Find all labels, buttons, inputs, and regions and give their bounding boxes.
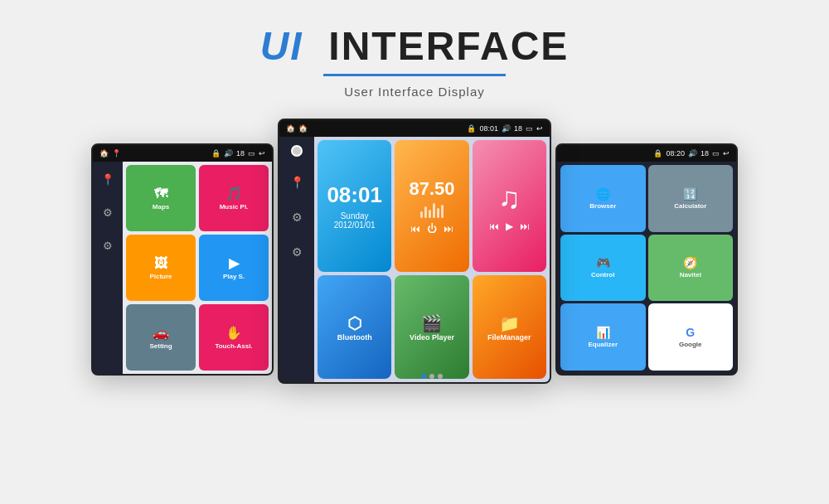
center-clock: 08:01 bbox=[327, 182, 382, 208]
google-icon: G bbox=[686, 326, 695, 339]
r-volume-icon: 🔊 bbox=[688, 149, 697, 158]
c-time: 08:01 bbox=[479, 124, 498, 133]
center-screen-body: 📍 ⚙ ⚙ 08:01 Sunday 2012/01/01 87.50 bbox=[279, 137, 550, 382]
right-browser-tile[interactable]: 🌐 Browser bbox=[560, 165, 646, 232]
control-label: Control bbox=[591, 271, 614, 279]
calculator-icon: 🔢 bbox=[683, 187, 697, 201]
right-navitel-tile[interactable]: 🧭 Navitel bbox=[648, 235, 734, 302]
left-screen-body: 📍 ⚙ ⚙ 🗺 Maps 🎵 Music Pl. 🖼 Picture bbox=[93, 162, 272, 374]
next-icon[interactable]: ⏭ bbox=[444, 223, 453, 235]
right-screen: 🔒 08:20 🔊 18 ▭ ↩ 🌐 Browser 🔢 Calculator bbox=[555, 143, 738, 376]
c-location-icon[interactable]: 📍 bbox=[288, 173, 306, 191]
right-app-grid: 🌐 Browser 🔢 Calculator 🎮 Control 🧭 Navit… bbox=[557, 162, 736, 374]
center-status-bar: 🏠 🏠 🔒 08:01 🔊 18 ▭ ↩ bbox=[279, 120, 550, 137]
right-control-tile[interactable]: 🎮 Control bbox=[560, 235, 646, 302]
bar3 bbox=[429, 210, 431, 218]
c-settings-icon[interactable]: ⚙ bbox=[288, 208, 306, 226]
app-tile-maps[interactable]: 🗺 Maps bbox=[126, 165, 196, 231]
dot-2[interactable] bbox=[429, 374, 434, 379]
signal-count: 18 bbox=[236, 149, 245, 158]
back-icon: ↩ bbox=[259, 149, 265, 158]
bar1 bbox=[420, 211, 423, 218]
navitel-icon: 🧭 bbox=[683, 256, 697, 269]
r-time: 08:20 bbox=[666, 149, 685, 158]
control-icon: 🎮 bbox=[596, 256, 610, 269]
center-time-tile[interactable]: 08:01 Sunday 2012/01/01 bbox=[318, 140, 391, 272]
app-tile-play[interactable]: ▶ Play S. bbox=[199, 235, 269, 301]
center-date: 2012/01/01 bbox=[334, 220, 376, 230]
lock-icon: 🔒 bbox=[211, 149, 221, 158]
play-label: Play S. bbox=[223, 273, 245, 280]
center-video-tile[interactable]: 🎬 Video Player bbox=[395, 275, 468, 379]
c-home1-icon: 🏠 bbox=[286, 124, 295, 133]
dot-1[interactable] bbox=[421, 374, 426, 379]
sidebar-settings-icon[interactable]: ⚙ bbox=[99, 203, 117, 221]
c-home2-icon: 🏠 bbox=[298, 124, 308, 133]
screens-container: 🏠 📍 🔒 🔊 18 ▭ ↩ 📍 ⚙ ⚙ 🗺 Maps bbox=[0, 119, 829, 400]
bluetooth-label: Bluetooth bbox=[337, 333, 372, 342]
video-icon: 🎬 bbox=[421, 313, 442, 333]
main-title: UI INTERFACE bbox=[260, 23, 570, 69]
m-play-icon[interactable]: ▶ bbox=[506, 220, 513, 232]
title-ui: UI bbox=[260, 24, 303, 68]
c-settings2-icon[interactable]: ⚙ bbox=[288, 243, 306, 261]
c-signal: 18 bbox=[514, 124, 522, 133]
left-sidebar: 📍 ⚙ ⚙ bbox=[93, 162, 123, 374]
radio-freq: 87.50 bbox=[409, 178, 454, 200]
touch-icon: ✋ bbox=[225, 325, 242, 341]
title-interface: INTERFACE bbox=[328, 24, 569, 68]
radio-bars bbox=[420, 203, 444, 218]
page-dots bbox=[421, 374, 443, 379]
right-calculator-tile[interactable]: 🔢 Calculator bbox=[648, 165, 734, 232]
browser-label: Browser bbox=[589, 202, 616, 210]
left-screen: 🏠 📍 🔒 🔊 18 ▭ ↩ 📍 ⚙ ⚙ 🗺 Maps bbox=[91, 143, 274, 376]
bar4 bbox=[433, 203, 435, 218]
r-rect-icon: ▭ bbox=[712, 149, 720, 158]
center-radio-tile[interactable]: 87.50 ⏮ ⏻ ⏭ bbox=[395, 140, 468, 272]
r-signal: 18 bbox=[701, 149, 709, 158]
touch-label: Touch-Assi. bbox=[215, 342, 252, 350]
app-tile-picture[interactable]: 🖼 Picture bbox=[126, 235, 196, 301]
right-equalizer-tile[interactable]: 📊 Equalizer bbox=[560, 303, 646, 371]
bar6 bbox=[441, 205, 444, 218]
home-icon: 🏠 bbox=[99, 149, 109, 158]
files-label: FileManager bbox=[487, 333, 531, 342]
music-label: Music Pl. bbox=[220, 203, 249, 211]
center-bluetooth-tile[interactable]: ⬡ Bluetooth bbox=[318, 275, 391, 379]
app-tile-touch[interactable]: ✋ Touch-Assi. bbox=[199, 304, 269, 371]
app-tile-music[interactable]: 🎵 Music Pl. bbox=[199, 165, 269, 231]
dot-3[interactable] bbox=[438, 374, 443, 379]
center-files-tile[interactable]: 📁 FileManager bbox=[473, 275, 546, 379]
center-screen: 🏠 🏠 🔒 08:01 🔊 18 ▭ ↩ 📍 ⚙ ⚙ bbox=[278, 119, 551, 384]
setting-label: Setting bbox=[149, 342, 172, 350]
right-status-bar: 🔒 08:20 🔊 18 ▭ ↩ bbox=[557, 145, 736, 162]
equalizer-label: Equalizer bbox=[588, 341, 618, 348]
app-tile-setting[interactable]: 🚗 Setting bbox=[126, 304, 196, 371]
r-back-icon: ↩ bbox=[723, 149, 730, 158]
prev-icon[interactable]: ⏮ bbox=[410, 223, 420, 235]
picture-icon: 🖼 bbox=[154, 256, 167, 271]
location-icon: 📍 bbox=[112, 149, 121, 158]
music-icon: 🎵 bbox=[225, 186, 242, 201]
sidebar-location-icon[interactable]: 📍 bbox=[99, 170, 117, 188]
left-status-bar: 🏠 📍 🔒 🔊 18 ▭ ↩ bbox=[93, 145, 272, 162]
left-app-grid: 🗺 Maps 🎵 Music Pl. 🖼 Picture ▶ Play S. 🚗 bbox=[123, 162, 272, 374]
play-icon: ▶ bbox=[229, 255, 239, 271]
right-google-tile[interactable]: G Google bbox=[648, 303, 734, 371]
center-sidebar: 📍 ⚙ ⚙ bbox=[279, 137, 314, 382]
browser-icon: 🌐 bbox=[596, 187, 610, 201]
center-music-tile[interactable]: ♫ ⏮ ▶ ⏭ bbox=[473, 140, 546, 272]
sidebar-settings2-icon[interactable]: ⚙ bbox=[99, 236, 117, 254]
m-next-icon[interactable]: ⏭ bbox=[520, 220, 530, 232]
bluetooth-icon: ⬡ bbox=[347, 313, 361, 333]
m-prev-icon[interactable]: ⏮ bbox=[489, 220, 499, 232]
navitel-label: Navitel bbox=[680, 271, 701, 279]
music-controls: ⏮ ▶ ⏭ bbox=[489, 220, 530, 232]
equalizer-icon: 📊 bbox=[596, 326, 610, 339]
rect-icon: ▭ bbox=[248, 149, 255, 158]
r-lock-icon: 🔒 bbox=[653, 149, 662, 158]
power-icon[interactable]: ⏻ bbox=[427, 223, 437, 235]
maps-icon: 🗺 bbox=[154, 187, 167, 201]
header-section: UI INTERFACE User Interface Display bbox=[260, 0, 570, 99]
c-lock-icon: 🔒 bbox=[467, 124, 476, 133]
